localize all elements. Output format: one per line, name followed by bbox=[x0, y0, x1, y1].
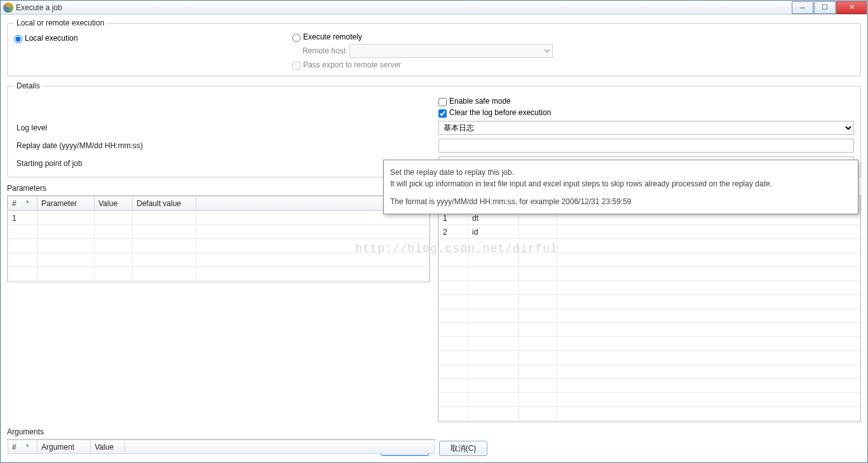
pass-export-checkbox[interactable]: Pass export to remote server bbox=[292, 60, 854, 69]
table-row[interactable] bbox=[439, 323, 860, 337]
args-col-spacer bbox=[125, 440, 435, 454]
table-row[interactable] bbox=[439, 267, 860, 281]
params-col-num[interactable]: # bbox=[8, 197, 37, 211]
table-row[interactable] bbox=[439, 281, 860, 295]
safe-mode-checkbox[interactable]: Enable safe mode bbox=[438, 97, 854, 106]
local-execution-radio[interactable]: Local execution bbox=[14, 34, 292, 43]
pass-export-checkbox-input[interactable] bbox=[292, 62, 301, 70]
pass-export-label: Pass export to remote server bbox=[303, 60, 401, 69]
table-row[interactable] bbox=[439, 407, 860, 421]
close-button[interactable]: ✕ bbox=[836, 1, 867, 14]
app-icon bbox=[3, 3, 13, 13]
log-level-label: Log level bbox=[14, 123, 438, 132]
table-row[interactable] bbox=[439, 295, 860, 309]
parameters-label: Parameters bbox=[7, 183, 430, 195]
remote-execution-label: Execute remotely bbox=[303, 32, 362, 41]
lower-area: Arguments # Argument Value bbox=[7, 426, 861, 436]
maximize-button[interactable]: ☐ bbox=[814, 1, 836, 14]
tooltip-line3: The format is yyyy/MM/dd HH:mm:ss, for e… bbox=[390, 196, 851, 207]
table-row[interactable] bbox=[439, 309, 860, 323]
table-row[interactable]: 1 bbox=[8, 211, 430, 225]
params-col-default[interactable]: Default value bbox=[133, 197, 196, 211]
args-col-num[interactable]: # bbox=[8, 440, 37, 454]
upper-tables: Parameters # Parameter Value Default val… bbox=[7, 183, 861, 422]
table-row[interactable] bbox=[439, 253, 860, 267]
local-execution-label: Local execution bbox=[25, 34, 78, 43]
table-row[interactable] bbox=[439, 365, 860, 379]
log-level-select[interactable]: 基本日志 bbox=[438, 121, 854, 135]
cancel-button[interactable]: 取消(C) bbox=[439, 441, 487, 456]
variables-panel: # Variable Value 1 d bbox=[438, 183, 861, 422]
replay-date-label: Replay date (yyyy/MM/dd HH:mm:ss) bbox=[14, 141, 438, 150]
table-row[interactable] bbox=[8, 225, 430, 239]
table-row[interactable] bbox=[8, 239, 430, 253]
local-execution-radio-input[interactable] bbox=[14, 35, 22, 43]
client-area: http://blog.csdn.net/dirful Local or rem… bbox=[1, 15, 867, 462]
table-row[interactable]: 2 id bbox=[439, 225, 860, 239]
minimize-button[interactable]: ─ bbox=[792, 1, 813, 14]
remote-execution-radio[interactable]: Execute remotely bbox=[292, 32, 854, 41]
dialog-window: Execute a job ─ ☐ ✕ http://blog.csdn.net… bbox=[0, 0, 868, 463]
window-buttons: ─ ☐ ✕ bbox=[792, 1, 867, 14]
clear-log-checkbox[interactable]: Clear the log before execution bbox=[438, 108, 854, 117]
starting-point-label: Starting point of job bbox=[14, 159, 438, 168]
clear-log-label: Clear the log before execution bbox=[449, 108, 551, 117]
execution-group: Local or remote execution Local executio… bbox=[7, 18, 861, 76]
remote-execution-radio-input[interactable] bbox=[292, 34, 301, 42]
safe-mode-label: Enable safe mode bbox=[449, 97, 511, 106]
remote-host-select[interactable] bbox=[349, 44, 553, 58]
titlebar[interactable]: Execute a job ─ ☐ ✕ bbox=[1, 1, 867, 15]
safe-mode-checkbox-input[interactable] bbox=[438, 98, 447, 106]
table-row[interactable] bbox=[8, 253, 430, 267]
variables-grid[interactable]: # Variable Value 1 d bbox=[438, 195, 861, 422]
replay-tooltip: Set the replay date to replay this job. … bbox=[383, 160, 858, 214]
tooltip-line2: It will pick up information in text file… bbox=[390, 178, 851, 190]
clear-log-checkbox-input[interactable] bbox=[438, 109, 447, 118]
replay-date-input[interactable] bbox=[438, 139, 854, 153]
table-row[interactable] bbox=[439, 239, 860, 253]
tooltip-line1: Set the replay date to replay this job. bbox=[390, 167, 851, 178]
window-title: Execute a job bbox=[16, 3, 62, 12]
lower-spacer bbox=[443, 426, 861, 436]
details-legend: Details bbox=[14, 81, 43, 90]
args-col-argument[interactable]: Argument bbox=[37, 440, 91, 454]
parameters-panel: Parameters # Parameter Value Default val… bbox=[7, 183, 430, 422]
params-col-value[interactable]: Value bbox=[95, 197, 133, 211]
parameters-grid[interactable]: # Parameter Value Default value bbox=[7, 195, 430, 282]
table-row[interactable] bbox=[8, 267, 430, 281]
params-col-parameter[interactable]: Parameter bbox=[37, 197, 95, 211]
execution-legend: Local or remote execution bbox=[14, 18, 107, 27]
remote-host-label: Remote host bbox=[292, 46, 349, 55]
arguments-panel: Arguments # Argument Value bbox=[7, 426, 435, 436]
table-row[interactable] bbox=[439, 379, 860, 393]
args-col-value[interactable]: Value bbox=[91, 440, 125, 454]
table-row[interactable] bbox=[439, 393, 860, 407]
table-row[interactable] bbox=[439, 337, 860, 351]
table-row[interactable] bbox=[439, 351, 860, 365]
